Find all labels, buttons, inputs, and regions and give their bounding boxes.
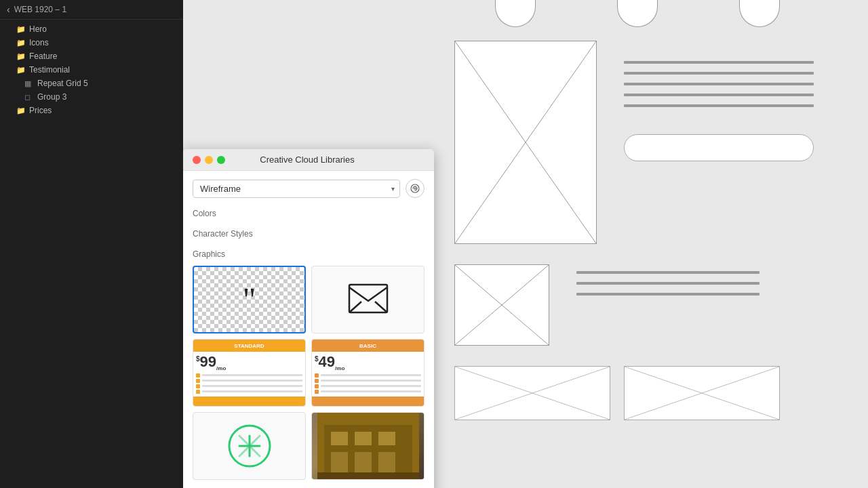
sidebar-item-testimonial[interactable]: 📁 Testimonial: [0, 63, 183, 77]
graphics-label: Graphics: [193, 249, 425, 259]
sidebar-item-label: Repeat Grid 5: [37, 79, 88, 88]
sidebar-header: ‹ WEB 1920 – 1: [0, 0, 183, 20]
sidebar-item-label: Group 3: [37, 92, 66, 102]
graphic-item-price-49[interactable]: BASIC $49/mo: [311, 339, 425, 407]
price-card-99: STANDARD $99/mo: [193, 340, 305, 406]
text-lines-group-2: [576, 264, 780, 296]
price-amount-49: $49/mo: [315, 354, 421, 371]
quote-icon: ": [243, 283, 256, 316]
document-title: WEB 1920 – 1: [14, 5, 66, 14]
graphic-item-envelope[interactable]: [311, 266, 425, 333]
box-placeholder-2: [624, 366, 780, 420]
box-cross-2: [625, 367, 779, 420]
character-styles-label: Character Styles: [193, 229, 425, 239]
image-placeholder-small: [454, 264, 549, 346]
text-lines-group-1: [624, 54, 814, 107]
arrow-cross-icon: [226, 422, 273, 470]
price-card-top-99: STANDARD: [193, 340, 305, 352]
folder-icon: 📁: [16, 25, 26, 34]
sidebar-item-repeat-grid[interactable]: ▦ Repeat Grid 5: [0, 77, 183, 90]
library-dropdown-wrap: Wireframe My Library CC Library ▾: [193, 180, 400, 198]
colors-label: Colors: [193, 209, 425, 218]
building-photo: [312, 413, 424, 479]
button-placeholder: [624, 134, 814, 161]
text-line: [576, 271, 760, 274]
price-card-label-49: BASIC: [359, 343, 376, 349]
folder-icon: 📁: [16, 106, 26, 115]
price-card-label-99: STANDARD: [234, 343, 264, 349]
circle-partial-2: [617, 0, 658, 27]
text-line: [624, 83, 814, 85]
sidebar-item-label: Feature: [29, 52, 57, 61]
graphics-section: Graphics ": [193, 249, 425, 480]
text-line: [624, 104, 814, 107]
svg-rect-10: [378, 452, 395, 472]
folder-icon: 📁: [16, 66, 26, 75]
sidebar-item-icons[interactable]: 📁 Icons: [0, 36, 183, 49]
image-cross: [455, 41, 596, 243]
price-card-body-99: $99/mo: [193, 352, 305, 396]
character-styles-section: Character Styles: [193, 229, 425, 239]
text-line: [624, 61, 814, 64]
svg-rect-6: [355, 432, 372, 445]
library-dropdown[interactable]: Wireframe My Library CC Library: [193, 180, 400, 198]
folder-icon: 📁: [16, 52, 26, 61]
cc-toolbar: Wireframe My Library CC Library ▾: [193, 179, 425, 198]
box-placeholder-1: [454, 366, 610, 420]
text-line: [624, 94, 814, 96]
price-features-49: [315, 373, 421, 394]
image-placeholder-large: [454, 41, 597, 244]
svg-rect-11: [317, 472, 419, 479]
price-features-99: [196, 373, 302, 394]
svg-rect-5: [331, 432, 348, 445]
svg-rect-9: [355, 452, 372, 472]
top-circles-row: [454, 0, 780, 27]
envelope-icon: [348, 283, 389, 317]
graphic-item-price-99[interactable]: STANDARD $99/mo: [193, 339, 306, 407]
sidebar-item-hero[interactable]: 📁 Hero: [0, 22, 183, 36]
graphic-item-quotes[interactable]: ": [193, 266, 306, 333]
graphic-item-building[interactable]: [311, 412, 425, 480]
circle-partial-1: [495, 0, 536, 27]
cc-titlebar: Creative Cloud Libraries: [183, 149, 434, 171]
cc-libraries-panel: Creative Cloud Libraries Wireframe My Li…: [183, 149, 434, 488]
graphic-item-arrow-cross[interactable]: [193, 412, 306, 480]
group-icon: ◻: [24, 93, 34, 102]
box-cross-1: [455, 367, 610, 420]
sidebar-item-label: Icons: [29, 38, 49, 47]
text-line: [576, 293, 760, 296]
sidebar-item-label: Prices: [29, 106, 52, 115]
left-sidebar: ‹ WEB 1920 – 1 📁 Hero 📁 Icons 📁 Feature …: [0, 0, 183, 488]
price-card-49: BASIC $49/mo: [312, 340, 424, 406]
price-card-body-49: $49/mo: [312, 352, 424, 396]
wireframe-section-3: [454, 366, 780, 420]
sidebar-item-label: Hero: [29, 24, 47, 34]
sidebar-item-prices[interactable]: 📁 Prices: [0, 104, 183, 117]
price-card-bottom-49: [312, 396, 424, 407]
text-line: [576, 282, 760, 285]
wireframe-section-2: [454, 264, 780, 346]
image-cross-small: [455, 265, 549, 345]
repeat-grid-icon: ▦: [24, 79, 34, 88]
sidebar-item-label: Testimonial: [29, 65, 70, 75]
back-button[interactable]: ‹: [7, 4, 10, 15]
price-amount-99: $99/mo: [196, 354, 302, 371]
folder-icon: 📁: [16, 39, 26, 47]
graphics-grid: ": [193, 266, 425, 480]
sidebar-item-feature[interactable]: 📁 Feature: [0, 49, 183, 63]
colors-section: Colors: [193, 209, 425, 218]
sidebar-item-group-3[interactable]: ◻ Group 3: [0, 90, 183, 104]
main-canvas: Creative Cloud Libraries Wireframe My Li…: [183, 0, 868, 488]
link-button[interactable]: [406, 179, 425, 198]
cc-panel-title: Creative Cloud Libraries: [190, 155, 425, 165]
cc-panel-body: Wireframe My Library CC Library ▾ Col: [183, 171, 434, 488]
svg-rect-7: [378, 432, 395, 445]
text-line: [624, 72, 814, 75]
price-card-top-49: BASIC: [312, 340, 424, 352]
price-card-bottom-99: [193, 396, 305, 407]
circle-partial-3: [739, 0, 780, 27]
layer-tree: 📁 Hero 📁 Icons 📁 Feature 📁 Testimonial ▦…: [0, 20, 183, 488]
wireframe-section-1: [454, 41, 780, 244]
svg-rect-8: [331, 452, 348, 472]
